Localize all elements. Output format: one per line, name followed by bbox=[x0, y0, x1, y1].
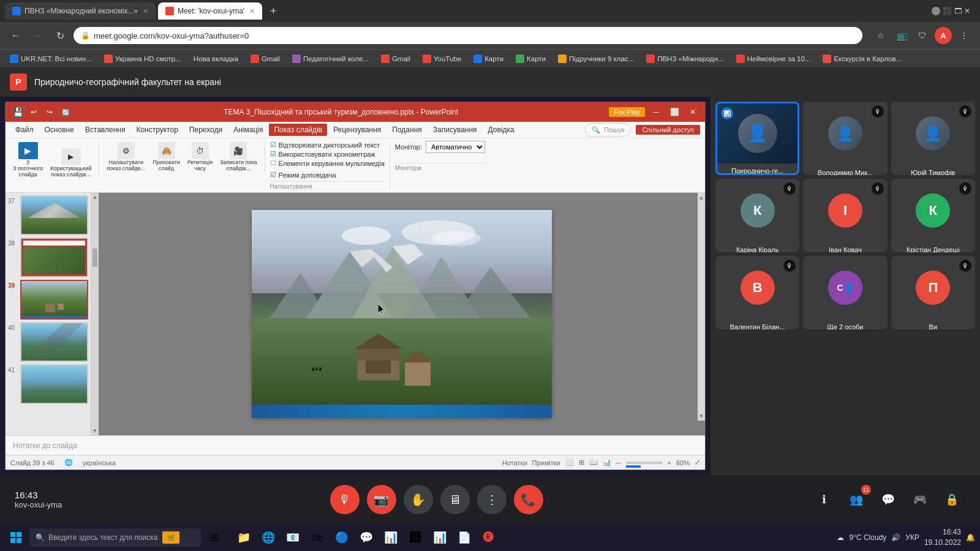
canvas-vscroll[interactable]: ▲ ▼ bbox=[698, 193, 705, 421]
normal-view-btn[interactable]: ⬜ bbox=[565, 459, 574, 467]
mic-button[interactable]: 🎙 bbox=[330, 485, 360, 514]
activities-button[interactable]: 🎮 bbox=[907, 486, 933, 513]
back-button[interactable]: ← bbox=[7, 27, 24, 44]
bookmark-ukrnet[interactable]: UKR.NET: Всі новин... bbox=[5, 53, 97, 64]
presenter-view-btn[interactable]: 📊 bbox=[603, 459, 611, 467]
ppt-save-icon[interactable]: 💾 bbox=[10, 106, 25, 118]
slide-thumb-40[interactable]: 40 bbox=[8, 322, 88, 362]
zoom-slider[interactable] bbox=[626, 462, 663, 464]
chat-button[interactable]: 💬 bbox=[875, 486, 902, 513]
tab-inactive[interactable]: ПВНЗ «Міжнародний економік...» ✕ bbox=[5, 2, 156, 20]
bookmark-pvnz[interactable]: ПВНЗ «Міжнародн... bbox=[641, 53, 729, 64]
bookmark-textbooks[interactable]: Підручники 9 клас... bbox=[553, 53, 639, 64]
taskbar-store[interactable]: 🛍 bbox=[306, 527, 328, 549]
ppt-autosave[interactable]: 🔄 bbox=[58, 106, 73, 118]
ppt-undo-button[interactable]: ↩ bbox=[26, 106, 41, 118]
btn-from-current[interactable]: ▶ 3З поточногослайда bbox=[10, 141, 45, 179]
taskbar-mail[interactable]: 📧 bbox=[282, 527, 304, 549]
scrollbar-thumb[interactable] bbox=[92, 249, 97, 267]
taskbar-edge[interactable]: 🌐 bbox=[257, 527, 279, 549]
btn-setup-show[interactable]: ⚙ Налаштуватипоказ слайде... bbox=[104, 141, 148, 173]
bookmark-youtube[interactable]: YouTube bbox=[418, 53, 466, 64]
menu-help[interactable]: Довідка bbox=[483, 124, 519, 136]
extensions-button[interactable]: 🛡 bbox=[914, 27, 931, 44]
taskbar-word[interactable]: 📄 bbox=[453, 527, 475, 549]
info-button[interactable]: ℹ bbox=[811, 486, 838, 513]
menu-insert[interactable]: Вставлення bbox=[80, 124, 130, 136]
task-view-button[interactable]: ⊞ bbox=[203, 527, 225, 549]
slide-thumb-39[interactable]: 39 bbox=[8, 280, 88, 320]
btn-hide-slide[interactable]: 🙈 Приховатислайд bbox=[150, 141, 183, 173]
bookmark-button[interactable]: ☆ bbox=[872, 27, 889, 44]
tab-close-inactive[interactable]: ✕ bbox=[143, 7, 148, 15]
slide-sorter-btn[interactable]: ⊞ bbox=[579, 459, 584, 467]
slides-scrollbar[interactable]: ▲ ▼ bbox=[91, 193, 99, 435]
check-media[interactable]: ☐ Елементи керування мультимедіа bbox=[270, 159, 385, 167]
taskbar-g-icon[interactable]: 🅶 bbox=[404, 527, 426, 549]
ppt-search-bar[interactable]: 🔍 Пошук bbox=[585, 123, 631, 137]
btn-record-show[interactable]: 🎥 Записати покаслайдів... bbox=[217, 141, 259, 173]
present-button[interactable]: 🖥 bbox=[440, 485, 470, 514]
bookmark-gmail-1[interactable]: Gmail bbox=[246, 53, 285, 64]
more-options-button[interactable]: ⋮ bbox=[477, 485, 507, 514]
taskbar-excel[interactable]: 📊 bbox=[380, 527, 402, 549]
ppt-redo-button[interactable]: ↪ bbox=[42, 106, 57, 118]
menu-view[interactable]: Подання bbox=[387, 124, 426, 136]
menu-file[interactable]: Файл bbox=[10, 124, 39, 136]
reading-view-btn[interactable]: 📖 bbox=[589, 459, 598, 467]
notes-btn[interactable]: Нотатки bbox=[502, 459, 527, 467]
raise-hand-button[interactable]: ✋ bbox=[404, 485, 433, 514]
profile-button[interactable]: А bbox=[935, 27, 952, 44]
tab-active[interactable]: Meet: 'kov-oxui-yma' ✕ bbox=[158, 2, 262, 20]
menu-basic[interactable]: Основне bbox=[40, 124, 79, 136]
menu-review[interactable]: Рецензування bbox=[328, 124, 386, 136]
bookmark-college[interactable]: Педагогічний коле... bbox=[287, 53, 374, 64]
bookmark-gmail-2[interactable]: Gmail bbox=[376, 53, 415, 64]
ppt-restore-button[interactable]: ⬜ bbox=[667, 106, 682, 118]
bookmark-ukraine-hd[interactable]: Украина HD смотр... bbox=[99, 53, 186, 64]
volume-icon[interactable]: 🔊 bbox=[891, 533, 900, 542]
bookmark-maps1[interactable]: Карти bbox=[469, 53, 508, 64]
menu-record[interactable]: Записування bbox=[428, 124, 482, 136]
end-call-button[interactable]: 📞 bbox=[514, 485, 543, 514]
bookmark-excursion[interactable]: Екскурсія в Карлов... bbox=[818, 53, 907, 64]
notification-icon[interactable]: 🔔 bbox=[966, 533, 975, 542]
taskbar-search[interactable]: 🔍 Введите здесь текст для поиска 🌿 bbox=[29, 528, 201, 547]
slide-thumb-37[interactable]: 37 bbox=[8, 195, 88, 235]
reload-button[interactable]: ↻ bbox=[51, 27, 69, 44]
more-button[interactable]: ⋮ bbox=[956, 27, 973, 44]
menu-transitions[interactable]: Переходи bbox=[184, 124, 227, 136]
new-tab-button[interactable]: + bbox=[265, 2, 282, 20]
menu-slideshow[interactable]: Показ слайдів bbox=[269, 124, 327, 136]
taskbar-messenger[interactable]: 💬 bbox=[355, 527, 377, 549]
taskbar-explorer[interactable]: 📁 bbox=[233, 527, 255, 549]
bookmark-new-tab[interactable]: Нова вкладка bbox=[189, 54, 243, 64]
camera-button[interactable]: 📷 bbox=[367, 485, 396, 514]
check-presenter[interactable]: ☑ Режим доповідача bbox=[270, 171, 385, 179]
bookmark-incredible[interactable]: Неймовірне за 10... bbox=[731, 53, 816, 64]
bookmark-maps2[interactable]: Карти bbox=[511, 53, 551, 64]
screen-cast-button[interactable]: 📺 bbox=[893, 27, 910, 44]
monitor-dropdown[interactable]: Автоматично bbox=[426, 141, 485, 153]
tab-close-active[interactable]: ✕ bbox=[249, 7, 255, 15]
menu-animation[interactable]: Анімація bbox=[228, 124, 268, 136]
btn-custom-show[interactable]: ▶ Користувацькийпоказ слайдів... bbox=[48, 147, 94, 179]
taskbar-redapp[interactable]: 🅡 bbox=[478, 527, 500, 549]
address-bar[interactable]: 🔒 meet.google.com/kov-oxui-yma?authuser=… bbox=[74, 27, 862, 44]
forward-button[interactable]: → bbox=[29, 27, 47, 44]
people-button[interactable]: 👥 11 bbox=[843, 486, 870, 513]
fit-window-btn[interactable]: ⤢ bbox=[695, 459, 700, 467]
share-button[interactable]: Спільний доступ bbox=[636, 125, 700, 135]
start-button[interactable] bbox=[5, 527, 27, 549]
comments-btn[interactable]: Примітки bbox=[532, 459, 560, 467]
btn-rehearse[interactable]: ⏱ Репетиціячасу bbox=[185, 141, 215, 173]
check-narrator[interactable]: ☑ Відтворювати дикторський текст bbox=[270, 141, 385, 149]
ppt-close-button[interactable]: ✕ bbox=[685, 106, 700, 118]
slide-thumb-38[interactable]: 38 bbox=[8, 238, 88, 277]
check-timings[interactable]: ☑ Використовувати хронометраж bbox=[270, 150, 385, 158]
menu-design[interactable]: Конструктор bbox=[131, 124, 183, 136]
taskbar-chrome[interactable]: 🔵 bbox=[331, 527, 353, 549]
lock-button[interactable]: 🔒 bbox=[938, 486, 965, 513]
fox-play-button[interactable]: Fox Play bbox=[609, 107, 645, 117]
ppt-minimize-button[interactable]: ─ bbox=[649, 106, 663, 118]
